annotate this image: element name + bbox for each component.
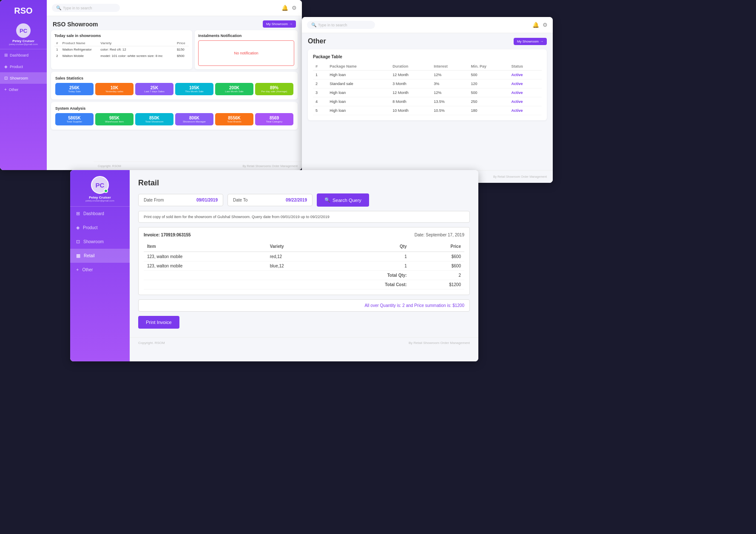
invoice-header: Invoice: 170919:063155 Date: September 1…	[144, 233, 464, 237]
page-title1: RSO Showroom	[53, 21, 98, 28]
total-qty-value: 2	[410, 271, 464, 280]
sidebar-item-showroom[interactable]: ⊡ Showroom	[0, 72, 47, 84]
other-icon: +	[4, 87, 7, 92]
nav-label: Dashboard	[10, 53, 28, 57]
nav3-label: Product	[83, 225, 97, 230]
main-content1: 🔍 Type in to search 🔔 ⚙ RSO Showroom My …	[47, 0, 302, 170]
my-showroom-button2[interactable]: My Showroom →	[514, 38, 547, 45]
sidebar-item-other[interactable]: + Other	[0, 84, 47, 95]
other-icon3: +	[76, 267, 79, 272]
col-price: Price	[175, 40, 189, 46]
stat-last-month: 200K Last Month Sale	[215, 83, 253, 95]
stat-supplier: 5865K Total Supplier	[55, 113, 94, 125]
total-cost-row: Total Cost: $1200	[144, 280, 464, 290]
search-box2[interactable]: 🔍 Type in to search	[307, 21, 375, 29]
nav3-label: Showroom	[83, 239, 104, 244]
table-row: 2 Standard sale 3 Month 3% 120 Active	[313, 80, 542, 88]
avatar: PC	[16, 23, 31, 38]
footer-left3: Copyright. RSOM	[138, 341, 165, 345]
no-notification: No notification	[198, 40, 294, 66]
footer-right2: By Retail Showroom Order Management	[493, 175, 547, 178]
pkg-col-minpay: Min. Pay	[469, 62, 509, 71]
pkg-col-name: Package Name	[327, 62, 390, 71]
product-icon: ◈	[4, 64, 8, 69]
nav3-label: Other	[82, 267, 93, 272]
print-invoice-button[interactable]: Print Invoice	[138, 316, 179, 329]
logo: RSO	[0, 0, 47, 20]
instalments-title: Instalments Notification	[198, 34, 294, 38]
pkg-col-num: #	[313, 62, 327, 71]
invoice-card: Invoice: 170919:063155 Date: September 1…	[138, 227, 470, 295]
stat-category: 8569 Total Category	[255, 113, 293, 125]
logo-text: RSO	[4, 6, 43, 16]
search-query-icon: 🔍	[324, 197, 330, 203]
stat-today-sale: 256K Today Sale	[55, 83, 94, 95]
footer-right3: By Retail Showroom Order Management	[409, 341, 470, 345]
total-cost-value: $1200	[410, 280, 464, 290]
package-table-title: Package Table	[313, 54, 542, 59]
date-to-value[interactable]: 09/22/2019	[286, 198, 307, 202]
search-icon2: 🔍	[311, 23, 316, 27]
search-box1[interactable]: 🔍 Type in to search	[52, 4, 120, 12]
sidebar3-item-dashboard[interactable]: ⊞ Dashboard	[70, 207, 130, 221]
invoice-date: Date: September 17, 2019	[415, 233, 464, 237]
total-cost-label: Total Cost:	[327, 280, 410, 290]
search-input1[interactable]: Type in to search	[63, 6, 92, 10]
sidebar-item-dashboard[interactable]: ⊞ Dashboard	[0, 49, 47, 61]
nav3-label: Retail	[84, 253, 95, 258]
dashboard-icon3: ⊞	[76, 211, 80, 216]
sidebar3: PC Petey Cruiser petey.cruiser@gmail.com…	[70, 170, 130, 361]
retail-title: Retail	[138, 179, 470, 187]
arrow-icon: →	[289, 22, 293, 26]
search-input2[interactable]: Type in to search	[318, 23, 347, 27]
sidebar3-item-showroom[interactable]: ⊡ Showroom	[70, 235, 130, 249]
arrow-icon2: →	[540, 40, 543, 43]
date-from-value[interactable]: 09/01/2019	[196, 198, 218, 202]
invoice-number: Invoice: 170919:063155	[144, 233, 191, 237]
table-row: 4 High loan 8 Month 13.5% 250 Active	[313, 97, 542, 106]
bell-icon2[interactable]: 🔔	[532, 22, 539, 28]
topbar1: 🔍 Type in to search 🔔 ⚙	[47, 0, 302, 16]
topbar-icons2: 🔔 ⚙	[532, 22, 548, 28]
footer3: Copyright. RSOM By Retail Showroom Order…	[130, 337, 478, 348]
today-sale-table: # Product Name Variety Price 1 Walton Re…	[54, 40, 189, 59]
system-stats-row: 5865K Total Supplier 985K Warehouse Item…	[55, 113, 293, 125]
inv-col-price: Price	[410, 241, 464, 252]
system-analysis-title: System Analysis	[55, 106, 293, 111]
package-table: # Package Name Duration Interest Min. Pa…	[313, 62, 542, 115]
sidebar-item-product[interactable]: ◈ Product	[0, 61, 47, 72]
bell-icon[interactable]: 🔔	[281, 5, 288, 11]
retail-icon3: ▦	[76, 253, 80, 258]
pkg-col-interest: Interest	[431, 62, 468, 71]
footer-left1: Copyright. RSOM	[98, 165, 121, 168]
inv-col-qty: Qty	[327, 241, 410, 252]
table-row: 2 Walton Mobile model: 101 color: white …	[54, 53, 189, 59]
gear-icon[interactable]: ⚙	[292, 5, 297, 11]
retail-content: Retail Date From 09/01/2019 Date To 09/2…	[130, 170, 478, 337]
nav-label: Product	[10, 65, 23, 69]
stat-manager: 806K Showroom Manager	[175, 113, 213, 125]
gear-icon2[interactable]: ⚙	[543, 22, 548, 28]
inv-col-variety: Variety	[267, 241, 327, 252]
main3: Retail Date From 09/01/2019 Date To 09/2…	[130, 170, 478, 361]
page-title2: Other	[308, 37, 326, 45]
package-card: Package Table # Package Name Duration In…	[308, 49, 547, 120]
user-email3: petey.cruiser@gmail.com	[85, 199, 114, 202]
nav-label: Showroom	[10, 76, 28, 80]
sidebar3-item-product[interactable]: ◈ Product	[70, 221, 130, 235]
col-variety: Variety	[99, 40, 175, 46]
search-query-button[interactable]: 🔍 Search Query	[317, 193, 369, 207]
summary-banner: All over Quantity is: 2 and Price summat…	[138, 299, 470, 312]
today-sale-title: Today sale in showrooms	[54, 34, 189, 38]
sales-stats-card: Sales Statistics 256K Today Sale 10K Yes…	[51, 72, 298, 99]
sales-stats-row: 256K Today Sale 10K Yesterday sales 25K …	[55, 83, 293, 95]
sidebar3-item-other[interactable]: + Other	[70, 263, 130, 276]
stat-yesterday: 10K Yesterday sales	[95, 83, 134, 95]
sidebar3-item-retail[interactable]: ▦ Retail	[70, 249, 130, 263]
user-name3: Petey Cruiser	[89, 196, 111, 199]
stat-this-month: 105K This Month Sale	[175, 83, 213, 95]
my-showroom-button1[interactable]: My Showroom →	[263, 20, 296, 28]
system-analysis-card: System Analysis 5865K Total Supplier 985…	[51, 102, 298, 130]
info-banner: Print copy of sold item for the showroom…	[138, 211, 470, 223]
date-to-label: Date To	[233, 198, 247, 202]
